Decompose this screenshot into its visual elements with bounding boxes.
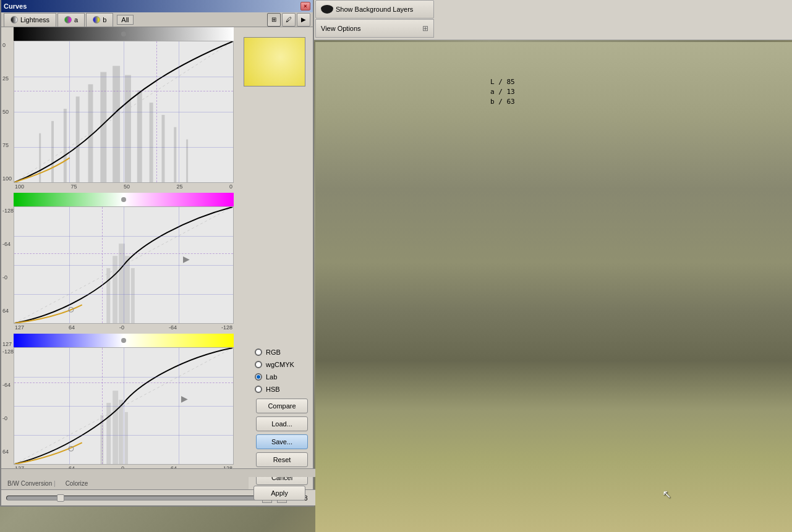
- wgcmyk-label: wgCMYK: [266, 361, 294, 368]
- a-curve-panel: -128 -64 -0 64 127: [1, 193, 313, 331]
- color-values: L / 85 a / 13 b / 63: [487, 75, 548, 109]
- svg-text:▶: ▶: [183, 254, 190, 264]
- svg-rect-17: [113, 256, 117, 323]
- lightness-x-labels: 100 75 50 25 0: [14, 183, 234, 190]
- arrow-tool-button[interactable]: ▶: [297, 13, 310, 27]
- temple-background: [315, 42, 792, 532]
- svg-rect-3: [64, 109, 67, 182]
- b-channel-bar: [14, 334, 234, 347]
- a-indicator: [121, 197, 126, 202]
- rgb-radio[interactable]: [255, 348, 262, 356]
- lab-row: Lab: [255, 371, 294, 383]
- horizontal-scrollbar[interactable]: [1, 468, 315, 477]
- bw-conversion-tab[interactable]: B/W Conversion: [4, 479, 59, 488]
- pencil-tool-button[interactable]: 🖊: [282, 13, 296, 27]
- lightness-tab-icon: [11, 16, 18, 23]
- tab-b[interactable]: b: [86, 13, 113, 27]
- tab-lightness-label: Lightness: [20, 16, 49, 23]
- b-tab-icon: [93, 16, 100, 23]
- a-tab-icon: [64, 16, 72, 23]
- title-bar: Curves ×: [1, 0, 313, 12]
- a-curve-wrapper: -128 -64 -0 64 127: [1, 206, 313, 324]
- apply-button[interactable]: Apply: [253, 486, 305, 500]
- hsb-radio[interactable]: [255, 386, 262, 393]
- lightness-y-labels: 0 25 50 75 100: [2, 41, 12, 183]
- svg-rect-4: [76, 96, 80, 182]
- lightness-curve-wrapper: 0 25 50 75 100: [1, 41, 313, 183]
- svg-rect-12: [174, 127, 176, 182]
- view-options-button[interactable]: View Options ⊞: [315, 19, 434, 38]
- compare-button[interactable]: Compare: [256, 399, 308, 413]
- lightness-curve-canvas[interactable]: [14, 41, 234, 183]
- svg-rect-13: [186, 140, 188, 182]
- tab-b-label: b: [103, 16, 106, 23]
- svg-rect-6: [100, 72, 106, 182]
- mask-icon: [321, 5, 333, 14]
- a-x-labels: 127 64 -0 -64 -128: [14, 324, 234, 331]
- svg-rect-1: [39, 133, 41, 182]
- tab-a[interactable]: a: [57, 13, 85, 27]
- a-y-labels: -128 -64 -0 64 127: [2, 206, 14, 348]
- show-bg-layers-label: Show Background Layers: [336, 6, 413, 13]
- a-curve-canvas[interactable]: ▶: [14, 206, 234, 324]
- arrow-icon: ▶: [301, 16, 306, 23]
- colorize-tab[interactable]: Colorize: [62, 479, 92, 488]
- close-button[interactable]: ×: [300, 2, 310, 11]
- tab-bar: Lightness a b All ⊞ 🖊 ▶: [1, 12, 313, 27]
- svg-rect-16: [106, 268, 110, 323]
- bottom-tab-bar: B/W Conversion Colorize: [1, 477, 249, 489]
- svg-rect-28: [119, 400, 123, 464]
- svg-rect-20: [131, 268, 135, 323]
- hsb-row: HSB: [255, 383, 294, 395]
- expand-icon: ⊞: [422, 24, 428, 33]
- svg-rect-10: [150, 103, 153, 182]
- lightness-channel-bar: [14, 27, 234, 41]
- tab-a-label: a: [74, 16, 78, 23]
- pencil-icon: 🖊: [286, 16, 292, 23]
- rgb-row: RGB: [255, 346, 294, 358]
- lightness-indicator: [121, 32, 126, 36]
- svg-rect-19: [125, 256, 130, 323]
- a-channel-bar: [14, 193, 234, 206]
- color-mode-section: RGB wgCMYK Lab HSB: [255, 346, 294, 395]
- curves-dialog: Curves × Lightness a b All ⊞ 🖊 ▶: [0, 0, 314, 507]
- channel-all-selector[interactable]: All: [117, 15, 133, 25]
- svg-text:▶: ▶: [181, 394, 188, 403]
- svg-rect-11: [161, 115, 164, 182]
- zoom-tool-button[interactable]: ⊞: [267, 13, 281, 27]
- dialog-title: Curves: [4, 2, 27, 10]
- lab-radio[interactable]: [255, 373, 262, 381]
- b-curve-canvas[interactable]: ▶: [14, 347, 234, 465]
- load-button[interactable]: Load...: [256, 416, 308, 431]
- svg-rect-27: [113, 391, 118, 464]
- show-background-layers-button[interactable]: Show Background Layers: [315, 0, 434, 19]
- svg-rect-9: [137, 90, 142, 182]
- wgcmyk-radio[interactable]: [255, 361, 262, 368]
- rgb-label: RGB: [266, 348, 281, 356]
- svg-rect-2: [51, 121, 54, 182]
- svg-rect-29: [125, 412, 128, 464]
- lab-label: Lab: [266, 373, 277, 381]
- hsb-label: HSB: [266, 386, 280, 393]
- svg-rect-7: [113, 66, 120, 182]
- reset-button[interactable]: Reset: [256, 452, 308, 467]
- lightness-curve-panel: 0 25 50 75 100: [1, 27, 313, 190]
- svg-rect-26: [106, 403, 111, 464]
- zoom-icon: ⊞: [271, 16, 276, 23]
- zoom-handle[interactable]: [57, 494, 64, 502]
- zoom-slider[interactable]: [6, 496, 257, 500]
- b-indicator: [121, 338, 126, 343]
- wgcmyk-row: wgCMYK: [255, 358, 294, 371]
- view-options-label: View Options: [321, 25, 361, 32]
- tab-lightness[interactable]: Lightness: [4, 13, 56, 27]
- save-button[interactable]: Save...: [256, 434, 308, 449]
